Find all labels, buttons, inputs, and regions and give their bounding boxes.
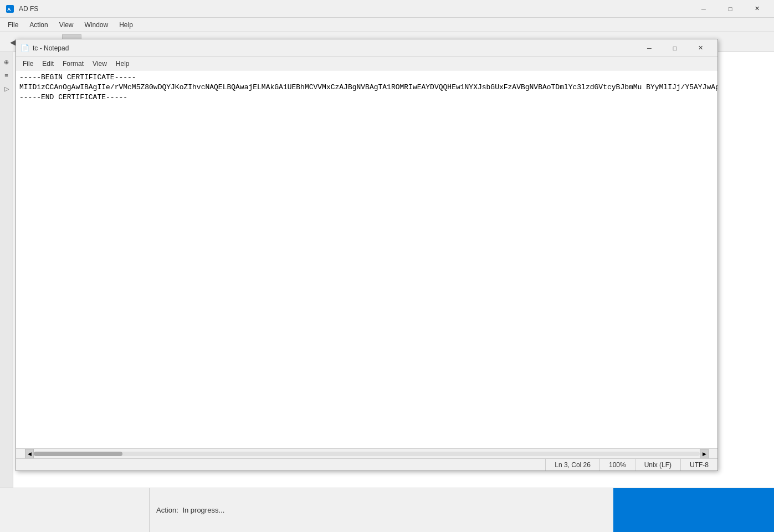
notepad-menu-file[interactable]: File (18, 59, 38, 69)
notepad-status-zoom: 100% (599, 459, 635, 470)
notepad-menu-format[interactable]: Format (58, 59, 88, 69)
taskbar: Action: In progress... (0, 488, 774, 532)
scroll-right-button[interactable]: ▶ (700, 449, 709, 459)
notepad-menu-help[interactable]: Help (111, 59, 134, 69)
notepad-window: 📄 tc - Notepad ─ □ ✕ File Edit Format Vi… (16, 39, 718, 471)
adfs-sidebar: ⊕ ≡ ▷ (0, 52, 13, 532)
notepad-titlebar-controls: ─ □ ✕ (637, 39, 713, 57)
adfs-maximize-button[interactable]: □ (717, 0, 743, 18)
adfs-icon: A (4, 3, 16, 14)
adfs-titlebar: A AD FS ─ □ ✕ (0, 0, 774, 18)
notepad-status-spacer (16, 459, 545, 470)
notepad-statusbar: Ln 3, Col 26 100% Unix (LF) UTF-8 (16, 458, 717, 470)
notepad-status-position: Ln 3, Col 26 (545, 459, 599, 470)
adfs-menu-action[interactable]: Action (24, 19, 53, 31)
action-status-label: Action: In progress... (156, 506, 224, 514)
sidebar-icon-1[interactable]: ⊕ (1, 57, 12, 68)
adfs-menu-window[interactable]: Window (79, 19, 114, 31)
notepad-menu-edit[interactable]: Edit (38, 59, 58, 69)
adfs-menu-view[interactable]: View (54, 19, 79, 31)
notepad-status-line-ending: Unix (LF) (635, 459, 680, 470)
scroll-left-button[interactable]: ◀ (25, 449, 34, 459)
notepad-status-encoding: UTF-8 (680, 459, 717, 470)
scrollbar-thumb-h[interactable] (34, 452, 122, 456)
adfs-minimize-button[interactable]: ─ (691, 0, 716, 18)
notepad-icon: 📄 (20, 44, 29, 53)
adfs-menubar: File Action View Window Help (0, 18, 774, 32)
notepad-menubar: File Edit Format View Help (16, 57, 717, 70)
adfs-menu-help[interactable]: Help (114, 19, 139, 31)
notepad-maximize-button[interactable]: □ (662, 39, 688, 57)
adfs-titlebar-controls: ─ □ ✕ (691, 0, 770, 18)
notepad-content-area: -----BEGIN CERTIFICATE----- MIIDizCCAnOg… (16, 70, 717, 448)
notepad-scrollbar-horizontal[interactable]: ◀ ▶ (16, 448, 717, 458)
scrollbar-track-h[interactable] (34, 452, 700, 456)
taskbar-middle: Action: In progress... (150, 488, 613, 532)
sidebar-icon-3[interactable]: ▷ (1, 83, 12, 94)
adfs-menu-file[interactable]: File (2, 19, 24, 31)
notepad-title: tc - Notepad (33, 44, 637, 52)
svg-text:A: A (7, 7, 11, 12)
notepad-menu-view[interactable]: View (88, 59, 111, 69)
taskbar-right (613, 488, 774, 532)
notepad-textarea[interactable]: -----BEGIN CERTIFICATE----- MIIDizCCAnOg… (16, 70, 717, 448)
adfs-close-button[interactable]: ✕ (744, 0, 770, 18)
notepad-close-button[interactable]: ✕ (688, 39, 713, 57)
adfs-title: AD FS (19, 5, 691, 13)
sidebar-icon-2[interactable]: ≡ (1, 70, 12, 81)
taskbar-left (0, 488, 150, 532)
notepad-minimize-button[interactable]: ─ (637, 39, 662, 57)
notepad-titlebar: 📄 tc - Notepad ─ □ ✕ (16, 39, 717, 57)
